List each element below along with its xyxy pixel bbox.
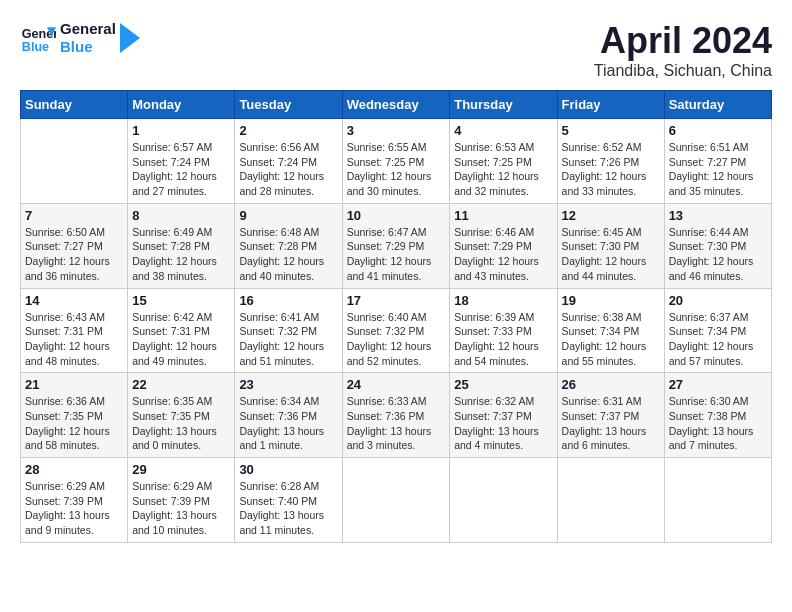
day-number: 18 [454,293,552,308]
day-number: 1 [132,123,230,138]
day-number: 7 [25,208,123,223]
day-number: 11 [454,208,552,223]
day-info: Sunrise: 6:42 AM Sunset: 7:31 PM Dayligh… [132,310,230,369]
day-info: Sunrise: 6:55 AM Sunset: 7:25 PM Dayligh… [347,140,446,199]
calendar-header-row: Sunday Monday Tuesday Wednesday Thursday… [21,91,772,119]
svg-marker-3 [120,23,140,53]
day-number: 21 [25,377,123,392]
day-info: Sunrise: 6:30 AM Sunset: 7:38 PM Dayligh… [669,394,767,453]
calendar-cell: 11Sunrise: 6:46 AM Sunset: 7:29 PM Dayli… [450,203,557,288]
day-number: 29 [132,462,230,477]
calendar-cell [664,458,771,543]
day-info: Sunrise: 6:56 AM Sunset: 7:24 PM Dayligh… [239,140,337,199]
week-row-2: 7Sunrise: 6:50 AM Sunset: 7:27 PM Daylig… [21,203,772,288]
day-number: 5 [562,123,660,138]
calendar-cell: 4Sunrise: 6:53 AM Sunset: 7:25 PM Daylig… [450,119,557,204]
calendar-cell: 8Sunrise: 6:49 AM Sunset: 7:28 PM Daylig… [128,203,235,288]
day-number: 30 [239,462,337,477]
logo: General Blue General Blue [20,20,140,56]
calendar-cell: 23Sunrise: 6:34 AM Sunset: 7:36 PM Dayli… [235,373,342,458]
day-number: 25 [454,377,552,392]
day-number: 27 [669,377,767,392]
col-monday: Monday [128,91,235,119]
calendar-cell: 21Sunrise: 6:36 AM Sunset: 7:35 PM Dayli… [21,373,128,458]
calendar-cell: 18Sunrise: 6:39 AM Sunset: 7:33 PM Dayli… [450,288,557,373]
day-number: 28 [25,462,123,477]
day-number: 19 [562,293,660,308]
col-thursday: Thursday [450,91,557,119]
calendar-cell: 10Sunrise: 6:47 AM Sunset: 7:29 PM Dayli… [342,203,450,288]
day-info: Sunrise: 6:52 AM Sunset: 7:26 PM Dayligh… [562,140,660,199]
day-number: 26 [562,377,660,392]
col-sunday: Sunday [21,91,128,119]
calendar-cell: 19Sunrise: 6:38 AM Sunset: 7:34 PM Dayli… [557,288,664,373]
calendar-cell: 5Sunrise: 6:52 AM Sunset: 7:26 PM Daylig… [557,119,664,204]
day-info: Sunrise: 6:40 AM Sunset: 7:32 PM Dayligh… [347,310,446,369]
col-saturday: Saturday [664,91,771,119]
day-info: Sunrise: 6:51 AM Sunset: 7:27 PM Dayligh… [669,140,767,199]
calendar-cell: 22Sunrise: 6:35 AM Sunset: 7:35 PM Dayli… [128,373,235,458]
col-tuesday: Tuesday [235,91,342,119]
day-info: Sunrise: 6:36 AM Sunset: 7:35 PM Dayligh… [25,394,123,453]
logo-general: General [60,20,116,38]
day-info: Sunrise: 6:29 AM Sunset: 7:39 PM Dayligh… [25,479,123,538]
day-info: Sunrise: 6:32 AM Sunset: 7:37 PM Dayligh… [454,394,552,453]
day-info: Sunrise: 6:49 AM Sunset: 7:28 PM Dayligh… [132,225,230,284]
logo-blue: Blue [60,38,116,56]
calendar-cell: 1Sunrise: 6:57 AM Sunset: 7:24 PM Daylig… [128,119,235,204]
day-number: 17 [347,293,446,308]
day-info: Sunrise: 6:47 AM Sunset: 7:29 PM Dayligh… [347,225,446,284]
day-number: 12 [562,208,660,223]
day-info: Sunrise: 6:29 AM Sunset: 7:39 PM Dayligh… [132,479,230,538]
day-number: 16 [239,293,337,308]
calendar-cell: 6Sunrise: 6:51 AM Sunset: 7:27 PM Daylig… [664,119,771,204]
day-number: 6 [669,123,767,138]
day-number: 24 [347,377,446,392]
day-number: 2 [239,123,337,138]
day-info: Sunrise: 6:37 AM Sunset: 7:34 PM Dayligh… [669,310,767,369]
calendar-cell [21,119,128,204]
calendar-cell: 16Sunrise: 6:41 AM Sunset: 7:32 PM Dayli… [235,288,342,373]
day-number: 23 [239,377,337,392]
week-row-3: 14Sunrise: 6:43 AM Sunset: 7:31 PM Dayli… [21,288,772,373]
calendar-cell: 14Sunrise: 6:43 AM Sunset: 7:31 PM Dayli… [21,288,128,373]
day-info: Sunrise: 6:35 AM Sunset: 7:35 PM Dayligh… [132,394,230,453]
day-number: 10 [347,208,446,223]
calendar-cell: 3Sunrise: 6:55 AM Sunset: 7:25 PM Daylig… [342,119,450,204]
day-info: Sunrise: 6:39 AM Sunset: 7:33 PM Dayligh… [454,310,552,369]
page-header: General Blue General Blue April 2024 Tia… [20,20,772,80]
logo-arrow-icon [120,23,140,53]
calendar-table: Sunday Monday Tuesday Wednesday Thursday… [20,90,772,543]
day-number: 15 [132,293,230,308]
calendar-cell: 25Sunrise: 6:32 AM Sunset: 7:37 PM Dayli… [450,373,557,458]
calendar-cell: 9Sunrise: 6:48 AM Sunset: 7:28 PM Daylig… [235,203,342,288]
calendar-cell: 26Sunrise: 6:31 AM Sunset: 7:37 PM Dayli… [557,373,664,458]
svg-text:Blue: Blue [22,40,49,54]
calendar-cell: 20Sunrise: 6:37 AM Sunset: 7:34 PM Dayli… [664,288,771,373]
calendar-cell: 30Sunrise: 6:28 AM Sunset: 7:40 PM Dayli… [235,458,342,543]
calendar-cell: 28Sunrise: 6:29 AM Sunset: 7:39 PM Dayli… [21,458,128,543]
calendar-cell [342,458,450,543]
day-number: 13 [669,208,767,223]
day-number: 4 [454,123,552,138]
calendar-cell: 12Sunrise: 6:45 AM Sunset: 7:30 PM Dayli… [557,203,664,288]
day-info: Sunrise: 6:31 AM Sunset: 7:37 PM Dayligh… [562,394,660,453]
calendar-cell: 2Sunrise: 6:56 AM Sunset: 7:24 PM Daylig… [235,119,342,204]
week-row-5: 28Sunrise: 6:29 AM Sunset: 7:39 PM Dayli… [21,458,772,543]
day-number: 14 [25,293,123,308]
col-wednesday: Wednesday [342,91,450,119]
calendar-cell: 27Sunrise: 6:30 AM Sunset: 7:38 PM Dayli… [664,373,771,458]
day-info: Sunrise: 6:50 AM Sunset: 7:27 PM Dayligh… [25,225,123,284]
calendar-cell: 7Sunrise: 6:50 AM Sunset: 7:27 PM Daylig… [21,203,128,288]
day-info: Sunrise: 6:41 AM Sunset: 7:32 PM Dayligh… [239,310,337,369]
day-info: Sunrise: 6:38 AM Sunset: 7:34 PM Dayligh… [562,310,660,369]
day-info: Sunrise: 6:33 AM Sunset: 7:36 PM Dayligh… [347,394,446,453]
calendar-cell: 29Sunrise: 6:29 AM Sunset: 7:39 PM Dayli… [128,458,235,543]
day-number: 8 [132,208,230,223]
calendar-cell: 13Sunrise: 6:44 AM Sunset: 7:30 PM Dayli… [664,203,771,288]
day-info: Sunrise: 6:43 AM Sunset: 7:31 PM Dayligh… [25,310,123,369]
title-block: April 2024 Tiandiba, Sichuan, China [594,20,772,80]
day-info: Sunrise: 6:57 AM Sunset: 7:24 PM Dayligh… [132,140,230,199]
month-title: April 2024 [594,20,772,62]
day-info: Sunrise: 6:46 AM Sunset: 7:29 PM Dayligh… [454,225,552,284]
